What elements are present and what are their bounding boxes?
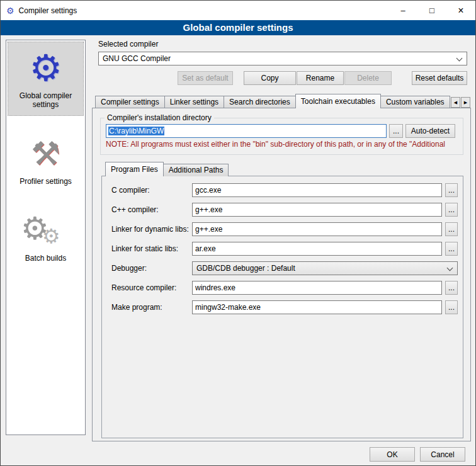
delete-button[interactable]: Delete xyxy=(344,71,392,85)
selected-compiler-value: GNU GCC Compiler xyxy=(103,54,171,63)
linker-static-input[interactable] xyxy=(192,242,442,256)
maximize-button[interactable]: □ xyxy=(417,1,446,20)
linker-static-row: Linker for static libs: ... xyxy=(102,242,463,256)
sidebar-item-global-compiler-settings[interactable]: ⚙ Global compiler settings xyxy=(8,42,83,115)
linker-static-browse-button[interactable]: ... xyxy=(445,242,458,256)
titlebar[interactable]: ⚙ Compiler settings – □ × xyxy=(1,1,475,20)
c-compiler-label: C compiler: xyxy=(111,183,150,197)
make-program-label: Make program: xyxy=(111,300,162,314)
linker-dynamic-input[interactable] xyxy=(192,222,442,236)
settings-sidebar: ⚙ Global compiler settings ⚒ Profiler se… xyxy=(6,40,86,435)
linker-static-label: Linker for static libs: xyxy=(111,242,178,256)
selected-compiler-label: Selected compiler xyxy=(98,40,158,48)
installation-directory-group-title: Compiler's installation directory xyxy=(105,113,214,122)
reset-defaults-button[interactable]: Reset defaults xyxy=(412,71,467,85)
autodetect-button[interactable]: Auto-detect xyxy=(405,124,455,138)
selected-compiler-dropdown[interactable]: GNU GCC Compiler xyxy=(98,52,467,65)
c-compiler-browse-button[interactable]: ... xyxy=(445,183,458,197)
sidebar-item-batch-builds[interactable]: ⚙ ⚙ Batch builds xyxy=(8,205,83,269)
linker-dynamic-label: Linker for dynamic libs: xyxy=(111,222,189,236)
tab-scroll-right-icon[interactable]: ▶ xyxy=(461,97,470,108)
installation-directory-groupbox: Compiler's installation directory C:\ray… xyxy=(100,113,463,155)
debugger-dropdown[interactable]: GDB/CDB debugger : Default xyxy=(192,261,458,275)
tab-scroll-arrows: ◀ ▶ xyxy=(450,97,470,108)
make-program-input[interactable] xyxy=(192,300,442,314)
cpp-compiler-browse-button[interactable]: ... xyxy=(445,203,458,217)
tab-custom-variables[interactable]: Custom variables xyxy=(380,96,450,108)
chevron-down-icon xyxy=(456,55,463,62)
c-compiler-input[interactable] xyxy=(192,183,442,197)
settings-tab-strip: Compiler settings Linker settings Search… xyxy=(95,94,450,108)
tab-linker-settings[interactable]: Linker settings xyxy=(164,96,224,108)
close-button[interactable]: × xyxy=(446,1,475,20)
resource-compiler-browse-button[interactable]: ... xyxy=(445,281,458,295)
sidebar-item-profiler-settings[interactable]: ⚒ Profiler settings xyxy=(8,128,83,192)
dialog-header: Global compiler settings xyxy=(1,20,475,35)
sidebar-item-label: Global compiler settings xyxy=(9,91,82,109)
app-icon: ⚙ xyxy=(6,6,14,15)
tab-build-options-clipped[interactable]: Buil xyxy=(450,96,450,108)
debugger-value: GDB/CDB debugger : Default xyxy=(196,264,295,273)
program-files-tab-strip: Program Files Additional Paths xyxy=(105,163,228,176)
bin-subdirectory-note: NOTE: All programs must exist either in … xyxy=(106,140,458,149)
sidebar-item-label: Profiler settings xyxy=(9,177,82,186)
tab-compiler-settings[interactable]: Compiler settings xyxy=(95,96,165,108)
profiler-tool-icon: ⚒ xyxy=(9,133,82,174)
rename-button[interactable]: Rename xyxy=(297,71,344,85)
installation-directory-row: C:\raylib\MinGW ... Auto-detect xyxy=(106,124,458,138)
cpp-compiler-label: C++ compiler: xyxy=(111,203,159,217)
minimize-button[interactable]: – xyxy=(388,1,417,20)
debugger-label: Debugger: xyxy=(111,261,147,275)
window-controls: – □ × xyxy=(388,1,475,20)
resource-compiler-input[interactable] xyxy=(192,281,442,295)
cpp-compiler-row: C++ compiler: ... xyxy=(102,203,463,217)
tab-additional-paths[interactable]: Additional Paths xyxy=(163,164,229,176)
make-program-browse-button[interactable]: ... xyxy=(445,300,458,314)
main-panel: Selected compiler GNU GCC Compiler Set a… xyxy=(92,38,472,446)
global-compiler-gear-icon: ⚙ xyxy=(9,47,82,89)
copy-button[interactable]: Copy xyxy=(244,71,296,85)
window-title: Compiler settings xyxy=(19,6,77,15)
set-as-default-button[interactable]: Set as default xyxy=(178,71,233,85)
batch-builds-gears-icon: ⚙ ⚙ xyxy=(9,210,82,251)
make-program-row: Make program: ... xyxy=(102,300,463,314)
resource-compiler-label: Resource compiler: xyxy=(111,281,176,295)
resource-compiler-row: Resource compiler: ... xyxy=(102,281,463,295)
cancel-button[interactable]: Cancel xyxy=(420,447,465,462)
installation-directory-browse-button[interactable]: ... xyxy=(389,124,403,138)
installation-directory-selected-text: C:\raylib\MinGW xyxy=(108,127,164,135)
c-compiler-row: C compiler: ... xyxy=(102,183,463,197)
linker-dynamic-browse-button[interactable]: ... xyxy=(445,222,458,236)
tab-toolchain-executables[interactable]: Toolchain executables xyxy=(295,94,381,108)
program-files-panel: C compiler: ... C++ compiler: ... Linker… xyxy=(101,176,463,438)
compiler-settings-dialog: ⚙ Compiler settings – □ × Global compile… xyxy=(0,0,476,466)
chevron-down-icon xyxy=(447,265,453,271)
tab-scroll-left-icon[interactable]: ◀ xyxy=(451,97,460,108)
ok-button[interactable]: OK xyxy=(370,447,415,462)
cpp-compiler-input[interactable] xyxy=(192,203,442,217)
tab-program-files[interactable]: Program Files xyxy=(105,162,164,176)
sidebar-item-label: Batch builds xyxy=(9,254,82,263)
tab-search-directories[interactable]: Search directories xyxy=(224,96,296,108)
linker-dynamic-row: Linker for dynamic libs: ... xyxy=(102,222,463,236)
debugger-row: Debugger: GDB/CDB debugger : Default xyxy=(102,261,463,275)
installation-directory-input[interactable]: C:\raylib\MinGW xyxy=(106,124,387,138)
